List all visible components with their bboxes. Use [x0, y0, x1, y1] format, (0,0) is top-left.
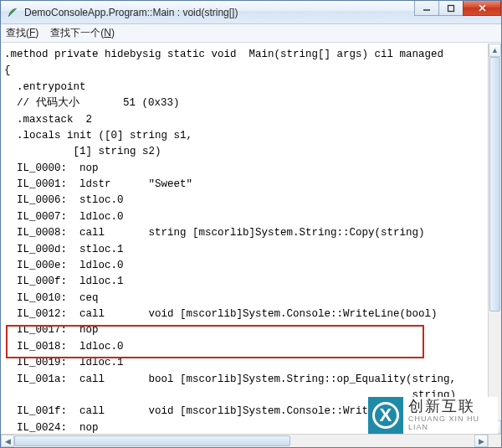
code-line: IL_001a: call bool [mscorlib]System.Stri…	[4, 373, 456, 385]
minimize-button[interactable]	[414, 1, 439, 16]
code-line: IL_000e: ldloc.0	[4, 260, 124, 271]
code-line: // 代码大小 51 (0x33)	[4, 97, 180, 109]
code-line: IL_000d: stloc.1	[4, 244, 124, 255]
code-line: IL_000f: ldloc.1	[4, 275, 124, 287]
vscroll-thumb[interactable]	[489, 57, 500, 312]
menu-find-next[interactable]: 查找下一个(N)	[50, 26, 115, 40]
code-line: IL_0010: ceq	[4, 292, 99, 304]
scroll-right-button[interactable]: ▶	[474, 435, 488, 447]
menubar: 查找(F) 查找下一个(N)	[1, 24, 501, 43]
code-line: IL_0024: nop	[4, 422, 99, 434]
code-line: IL_0006: stloc.0	[4, 194, 124, 206]
maximize-button[interactable]	[438, 1, 464, 16]
watermark: X 创新互联 CHUANG XIN HU LIAN	[368, 397, 498, 434]
scroll-up-button[interactable]: ▲	[489, 44, 501, 57]
hscroll-track[interactable]	[14, 435, 474, 447]
watermark-logo-icon: X	[368, 397, 403, 434]
window-title: DemoConsoleApp.Program::Main : void(stri…	[24, 7, 415, 18]
code-line: IL_0017: nop	[4, 324, 99, 336]
code-line: .method private hidebysig static void Ma…	[4, 49, 443, 60]
feather-icon	[6, 6, 19, 19]
watermark-text-zh: 创新互联	[408, 399, 498, 415]
code-line: IL_0001: ldstr "Sweet"	[4, 178, 192, 190]
code-line: IL_0018: ldloc.0	[4, 341, 124, 353]
code-line: IL_0012: call void [mscorlib]System.Cons…	[4, 308, 438, 320]
hscroll-thumb[interactable]	[14, 435, 290, 446]
content-area: .method private hidebysig static void Ma…	[1, 43, 501, 447]
code-line: IL_0008: call string [mscorlib]System.St…	[4, 227, 425, 239]
watermark-text-en: CHUANG XIN HU LIAN	[408, 415, 498, 432]
code-line: [1] string s2)	[4, 146, 161, 157]
vscroll-track[interactable]	[489, 57, 501, 420]
code-line: IL_0000: nop	[4, 162, 99, 174]
menu-find[interactable]: 查找(F)	[6, 26, 38, 40]
horizontal-scrollbar: ◀ ▶	[1, 434, 488, 447]
scroll-left-button[interactable]: ◀	[1, 435, 14, 447]
close-button[interactable]	[463, 1, 501, 16]
window-controls	[415, 1, 501, 23]
app-window: DemoConsoleApp.Program::Main : void(stri…	[0, 0, 502, 448]
code-line: IL_0019: ldloc.1	[4, 357, 124, 368]
code-line: {	[4, 64, 11, 76]
titlebar[interactable]: DemoConsoleApp.Program::Main : void(stri…	[1, 1, 501, 24]
code-area[interactable]: .method private hidebysig static void Ma…	[1, 44, 501, 447]
scrollbar-corner	[488, 434, 501, 447]
code-line: .locals init ([0] string s1,	[4, 130, 192, 142]
code-line: .maxstack 2	[4, 114, 92, 126]
vertical-scrollbar: ▲ ▼	[488, 44, 501, 434]
svg-rect-1	[448, 5, 454, 11]
code-line: .entrypoint	[4, 81, 86, 93]
code-line: IL_0007: ldloc.0	[4, 211, 124, 223]
